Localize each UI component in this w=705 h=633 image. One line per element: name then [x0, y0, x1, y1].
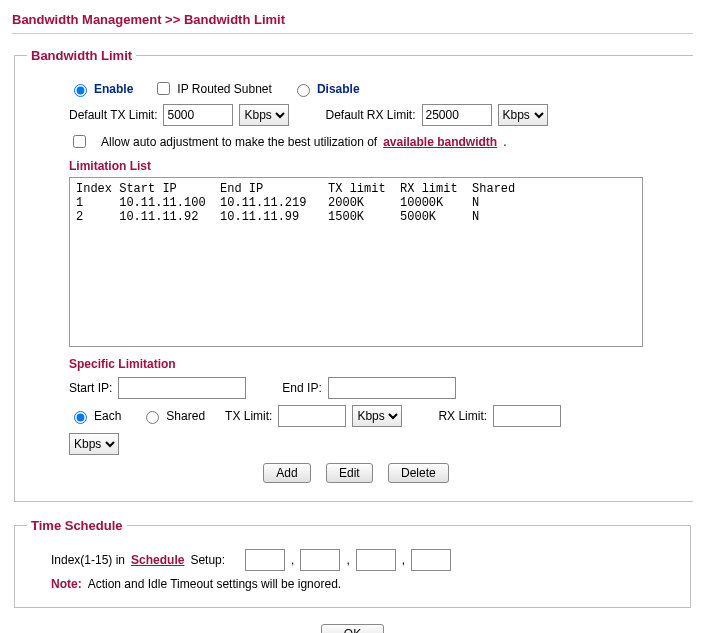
each-radio-label[interactable]: Each — [69, 408, 121, 424]
tx-limit-unit-select[interactable]: Kbps — [352, 405, 402, 427]
default-rx-unit-select[interactable]: Kbps — [498, 104, 548, 126]
limitation-list-heading: Limitation List — [69, 159, 685, 173]
each-label: Each — [94, 409, 121, 423]
ok-row: OK — [12, 624, 693, 633]
available-bandwidth-link[interactable]: available bandwidth — [383, 135, 497, 149]
schedule-idx-4[interactable] — [411, 549, 451, 571]
disable-radio[interactable] — [297, 84, 310, 97]
enable-radio[interactable] — [74, 84, 87, 97]
schedule-idx-2[interactable] — [300, 549, 340, 571]
divider — [12, 33, 693, 34]
schedule-link[interactable]: Schedule — [131, 553, 184, 567]
end-ip-label: End IP: — [282, 381, 321, 395]
default-tx-input[interactable] — [163, 104, 233, 126]
rx-unit-row: Kbps — [27, 433, 685, 455]
shared-label: Shared — [166, 409, 205, 423]
add-button[interactable]: Add — [263, 463, 310, 483]
delete-button[interactable]: Delete — [388, 463, 449, 483]
each-radio[interactable] — [74, 411, 87, 424]
schedule-idx-3[interactable] — [356, 549, 396, 571]
auto-adjust-row: Allow auto adjustment to make the best u… — [27, 132, 685, 151]
shared-radio[interactable] — [146, 411, 159, 424]
time-schedule-fieldset: Time Schedule Index(1-15) in Schedule Se… — [14, 518, 691, 608]
end-ip-input[interactable] — [328, 377, 456, 399]
comma-2: , — [346, 553, 349, 567]
start-ip-input[interactable] — [118, 377, 246, 399]
schedule-text-before: Index(1-15) in — [51, 553, 125, 567]
schedule-row: Index(1-15) in Schedule Setup: , , , — [27, 549, 678, 571]
schedule-note-row: Note: Action and Idle Timeout settings w… — [27, 577, 678, 591]
tx-limit-label: TX Limit: — [225, 409, 272, 423]
note-text: Action and Idle Timeout settings will be… — [88, 577, 341, 591]
default-tx-label: Default TX Limit: — [69, 108, 157, 122]
ip-routed-checkbox-label[interactable]: IP Routed Subnet — [153, 79, 272, 98]
specific-limitation-heading: Specific Limitation — [69, 357, 685, 371]
auto-adjust-checkbox[interactable] — [73, 135, 86, 148]
comma-1: , — [291, 553, 294, 567]
disable-radio-label[interactable]: Disable — [292, 81, 360, 97]
limit-row: Each Shared TX Limit: Kbps RX Limit: — [27, 405, 685, 427]
limitation-list-box[interactable]: Index Start IP End IP TX limit RX limit … — [69, 177, 643, 347]
disable-label: Disable — [317, 82, 360, 96]
bandwidth-limit-legend: Bandwidth Limit — [27, 48, 136, 63]
auto-adjust-text: Allow auto adjustment to make the best u… — [101, 135, 377, 149]
rx-limit-input[interactable] — [493, 405, 561, 427]
start-ip-label: Start IP: — [69, 381, 112, 395]
enable-radio-label[interactable]: Enable — [69, 81, 133, 97]
default-rx-input[interactable] — [422, 104, 492, 126]
crud-button-row: Add Edit Delete — [27, 463, 685, 483]
rx-limit-label: RX Limit: — [438, 409, 487, 423]
shared-radio-label[interactable]: Shared — [141, 408, 205, 424]
edit-button[interactable]: Edit — [326, 463, 373, 483]
time-schedule-legend: Time Schedule — [27, 518, 127, 533]
default-tx-unit-select[interactable]: Kbps — [239, 104, 289, 126]
ip-routed-checkbox[interactable] — [157, 82, 170, 95]
tx-limit-input[interactable] — [278, 405, 346, 427]
auto-adjust-text-after: . — [503, 135, 506, 149]
schedule-idx-1[interactable] — [245, 549, 285, 571]
note-label: Note: — [51, 577, 82, 591]
enable-label: Enable — [94, 82, 133, 96]
schedule-text-after: Setup: — [190, 553, 225, 567]
ip-routed-label: IP Routed Subnet — [177, 82, 272, 96]
comma-3: , — [402, 553, 405, 567]
ip-row: Start IP: End IP: — [27, 377, 685, 399]
rx-limit-unit-select[interactable]: Kbps — [69, 433, 119, 455]
defaults-row: Default TX Limit: Kbps Default RX Limit:… — [27, 104, 685, 126]
breadcrumb: Bandwidth Management >> Bandwidth Limit — [12, 12, 693, 27]
bandwidth-limit-fieldset: Bandwidth Limit Enable IP Routed Subnet … — [14, 48, 693, 502]
ok-button[interactable]: OK — [321, 624, 384, 633]
default-rx-label: Default RX Limit: — [325, 108, 415, 122]
mode-row: Enable IP Routed Subnet Disable — [27, 79, 685, 98]
